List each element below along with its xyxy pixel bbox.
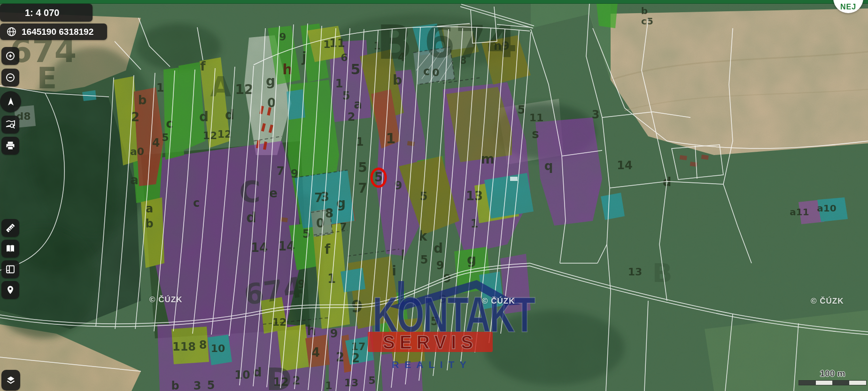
map-search-button[interactable] xyxy=(1,116,19,133)
layers-button[interactable] xyxy=(1,370,20,391)
legend-book-icon xyxy=(5,243,16,254)
measure-ruler-icon xyxy=(4,222,16,234)
location-pin-icon xyxy=(5,284,16,296)
zoom-in-button[interactable] xyxy=(1,47,19,65)
north-arrow-icon xyxy=(5,96,17,108)
legend-book-button[interactable] xyxy=(1,240,19,258)
globe-icon xyxy=(6,26,17,37)
scalebar-graphic xyxy=(798,380,867,385)
layers-icon xyxy=(5,374,17,386)
scalebar: 100 m xyxy=(798,368,867,385)
coordinate-readout: 1645190 6318192 xyxy=(0,23,107,40)
zoom-out-button[interactable] xyxy=(1,69,19,86)
map-canvas[interactable]: B674674EAC674DB d824a01bc5aabcfdd121212g… xyxy=(0,0,868,391)
location-pin-button[interactable] xyxy=(1,281,19,299)
layout-panels-icon xyxy=(5,264,16,275)
nej-logo-text: NEJ xyxy=(840,3,856,11)
coordinate-text: 1645190 6318192 xyxy=(22,27,93,37)
north-arrow-button[interactable] xyxy=(0,91,21,112)
scalebar-label: 100 m xyxy=(798,368,867,379)
terrain-noise xyxy=(0,0,868,391)
scale-indicator-text: 1: 4 070 xyxy=(25,8,59,18)
top-accent-bar xyxy=(0,0,868,4)
map-search-icon xyxy=(5,119,16,130)
layout-panels-button[interactable] xyxy=(1,260,19,278)
measure-ruler-button[interactable] xyxy=(1,219,19,237)
print-button[interactable] xyxy=(1,137,19,155)
zoom-in-icon xyxy=(5,50,16,62)
scale-indicator: 1: 4 070 xyxy=(0,4,93,22)
print-icon xyxy=(5,140,16,151)
zoom-out-icon xyxy=(5,72,16,83)
map-application-window: B674674EAC674DB d824a01bc5aabcfdd121212g… xyxy=(0,0,868,391)
